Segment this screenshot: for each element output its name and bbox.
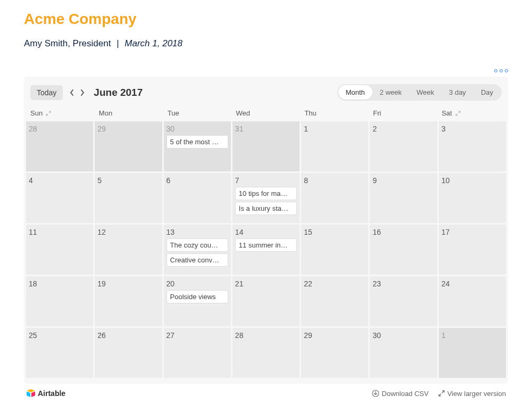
day-number: 17 [442,228,503,236]
view-3day-button[interactable]: 3 day [442,85,473,100]
day-header-mon: Mon [95,106,163,121]
download-csv-label: Download CSV [382,390,429,398]
download-csv-link[interactable]: Download CSV [372,390,429,398]
day-number: 9 [372,176,434,185]
day-number: 29 [97,125,159,133]
day-cell[interactable]: 29 [95,121,162,171]
day-header-label: Wed [236,109,251,117]
event-chip[interactable]: The cozy cou… [167,238,228,252]
day-cell[interactable]: 30 [370,328,437,378]
day-header-label: Sat [442,109,452,117]
day-number: 18 [29,279,90,288]
calendar-footer: Airtable Download CSV View larger versio… [24,384,508,398]
day-number: 28 [29,125,90,133]
day-cell[interactable]: 13The cozy cou…Creative conv… [164,225,231,275]
day-cell[interactable]: 18 [26,276,93,326]
day-cell[interactable]: 1 [301,121,368,171]
day-cell[interactable]: 17 [439,225,506,275]
day-number: 6 [167,176,228,185]
event-chip[interactable]: Is a luxury sta… [235,202,297,215]
day-cell[interactable]: 12 [95,225,162,275]
day-cell[interactable]: 10 [439,173,506,223]
day-cell[interactable]: 15 [301,225,368,275]
day-number: 31 [235,125,297,133]
day-cell[interactable]: 710 tips for ma…Is a luxury sta… [232,173,300,223]
day-header-fri: Fri [369,106,437,121]
day-number: 13 [167,228,228,236]
event-chip[interactable]: 11 summer in… [235,238,297,252]
day-header-tue: Tue [163,106,232,121]
day-header-label: Sun [30,109,43,117]
day-number: 16 [372,228,434,236]
day-cell[interactable]: 20Poolside views [164,276,231,326]
prev-month-button[interactable] [67,87,77,98]
download-icon [372,390,379,397]
event-chip[interactable]: 5 of the most … [167,135,228,149]
expand-icon [455,111,461,116]
day-cell[interactable]: 16 [370,225,437,275]
day-cell[interactable]: 3 [439,121,506,171]
calendar-widget: Today June 2017 Month 2 week Week 3 day … [24,77,508,384]
view-month-button[interactable]: Month [338,85,372,100]
day-cell[interactable]: 9 [370,173,437,223]
airtable-logo[interactable]: Airtable [26,389,65,398]
day-header-label: Tue [168,109,179,117]
day-cell[interactable]: 27 [164,328,231,378]
day-number: 22 [304,279,365,288]
day-cell[interactable]: 22 [301,276,368,326]
day-header-wed: Wed [232,106,301,121]
day-cell[interactable]: 1411 summer in… [232,225,300,275]
day-number: 27 [167,331,228,340]
day-header-label: Fri [373,109,381,117]
day-number: 30 [372,331,434,340]
day-cell[interactable]: 23 [370,276,437,326]
view-2week-button[interactable]: 2 week [372,85,409,100]
day-number: 14 [235,228,297,236]
day-cell[interactable]: 24 [439,276,506,326]
day-header-sun: Sun [26,106,95,121]
page-subtitle: Amy Smith, President | March 1, 2018 [24,38,508,49]
day-cell[interactable]: 28 [232,328,300,378]
day-cell[interactable]: 305 of the most … [164,121,231,171]
day-cell[interactable]: 26 [95,328,162,378]
day-cell[interactable]: 25 [26,328,93,378]
expand-icon [46,111,51,116]
day-number: 15 [304,228,365,236]
next-month-button[interactable] [78,87,87,98]
view-day-button[interactable]: Day [473,85,501,100]
day-number: 19 [97,279,159,288]
day-cell[interactable]: 8 [301,173,368,223]
day-header-label: Mon [99,109,112,117]
week-row: 456710 tips for ma…Is a luxury sta…8910 [26,173,506,223]
day-cell[interactable]: 28 [26,121,93,171]
today-button[interactable]: Today [30,85,63,100]
event-chip[interactable]: 10 tips for ma… [235,187,297,200]
day-cell[interactable]: 4 [26,173,93,223]
view-week-button[interactable]: Week [409,85,442,100]
day-number: 25 [29,331,90,340]
event-chip[interactable]: Creative conv… [167,253,228,267]
menu-dots-icon[interactable] [494,69,508,72]
view-larger-link[interactable]: View larger version [438,390,506,398]
day-cell[interactable]: 19 [95,276,162,326]
day-number: 2 [372,125,434,133]
expand-icon [438,390,445,397]
day-cell[interactable]: 11 [26,225,93,275]
day-cell[interactable]: 1 [439,328,506,378]
day-cell[interactable]: 2 [370,121,437,171]
day-number: 11 [29,228,90,236]
day-cell[interactable]: 5 [95,173,162,223]
day-cell[interactable]: 29 [301,328,368,378]
day-number: 12 [97,228,159,236]
day-cell[interactable]: 31 [232,121,300,171]
day-number: 7 [235,176,297,185]
day-cell[interactable]: 6 [164,173,231,223]
airtable-brand-label: Airtable [38,389,65,398]
day-number: 26 [97,331,159,340]
day-headers-row: Sun Mon Tue Wed Thu Fri Sat [24,106,508,121]
day-cell[interactable]: 21 [232,276,300,326]
chevron-right-icon [80,89,85,96]
event-chip[interactable]: Poolside views [167,290,228,303]
chevron-left-icon [69,89,74,96]
day-number: 28 [235,331,297,340]
